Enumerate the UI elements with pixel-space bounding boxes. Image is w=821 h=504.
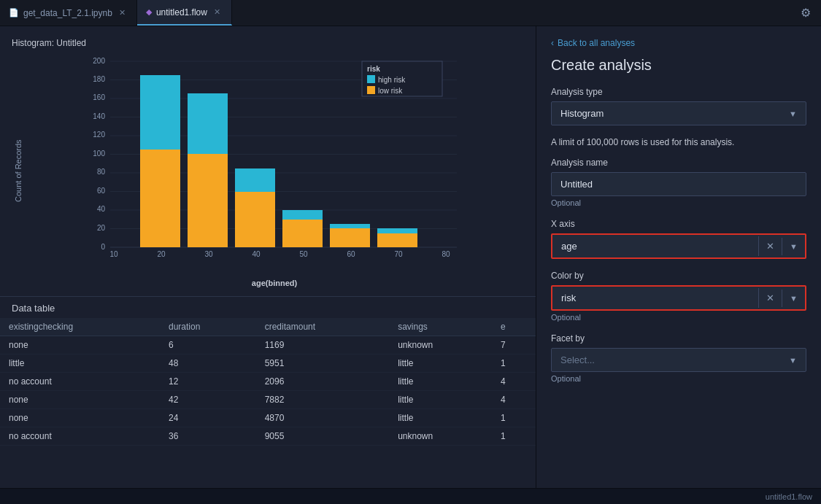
tab-notebook[interactable]: 📄 get_data_LT_2.1.ipynb ✕ <box>0 0 137 26</box>
notebook-icon: 📄 <box>9 8 19 18</box>
color-by-clear-button[interactable]: ✕ <box>758 288 782 308</box>
x-axis-label: age(binned) <box>28 279 521 287</box>
svg-rect-31 <box>140 75 180 150</box>
table-cell: 4870 <box>256 409 389 427</box>
analysis-type-value: Histogram <box>560 108 604 119</box>
tab-flow-label: untitled1.flow <box>156 7 207 18</box>
col-header-creditamount: creditamount <box>256 318 389 336</box>
color-by-group: Color by risk ✕ ▼ Optional <box>551 271 806 322</box>
tab-flow-close[interactable]: ✕ <box>212 7 223 18</box>
svg-text:120: 120 <box>93 131 105 139</box>
tab-bar: 📄 get_data_LT_2.1.ipynb ✕ ◆ untitled1.fl… <box>0 0 821 26</box>
table-header-row: existingchecking duration creditamount s… <box>0 318 536 336</box>
color-by-label: Color by <box>551 271 806 281</box>
color-by-dropdown-button[interactable]: ▼ <box>782 290 805 307</box>
svg-text:40: 40 <box>97 205 106 213</box>
facet-by-label: Facet by <box>551 333 806 344</box>
facet-by-group: Facet by Select... ▼ Optional <box>551 333 806 383</box>
table-cell: 1 <box>492 354 536 373</box>
analysis-type-dropdown[interactable]: Histogram ▼ <box>551 101 806 125</box>
table-cell: 4 <box>492 391 536 409</box>
x-axis-clear-button[interactable]: ✕ <box>758 236 782 256</box>
table-cell: 42 <box>160 391 256 409</box>
data-table-scroll[interactable]: existingchecking duration creditamount s… <box>0 318 536 446</box>
svg-text:20: 20 <box>97 224 106 232</box>
analysis-type-chevron-icon: ▼ <box>789 109 797 118</box>
x-axis-group: X axis age ✕ ▼ <box>551 219 806 259</box>
table-cell: 1169 <box>256 336 389 354</box>
right-panel: ‹ Back to all analyses Create analysis A… <box>536 26 821 488</box>
facet-by-dropdown[interactable]: Select... ▼ <box>551 348 806 372</box>
analysis-name-optional: Optional <box>551 198 806 207</box>
data-table: existingchecking duration creditamount s… <box>0 318 536 446</box>
table-cell: 12 <box>160 373 256 391</box>
table-cell: 1 <box>492 427 536 446</box>
table-row: none427882little4 <box>0 391 536 409</box>
svg-text:80: 80 <box>97 168 106 176</box>
main-layout: Histogram: Untitled Count of Records <box>0 26 821 488</box>
svg-rect-40 <box>377 233 417 247</box>
col-header-duration: duration <box>160 318 256 336</box>
svg-text:10: 10 <box>109 250 118 258</box>
svg-rect-33 <box>188 93 228 154</box>
table-cell: 48 <box>160 354 256 373</box>
svg-text:200: 200 <box>93 57 105 65</box>
table-cell: none <box>0 391 160 409</box>
chart-container: Count of Records <box>12 54 521 287</box>
table-cell: little <box>389 409 492 427</box>
svg-text:60: 60 <box>347 250 355 258</box>
table-cell: unknown <box>389 336 492 354</box>
svg-text:80: 80 <box>442 250 450 258</box>
table-cell: 1 <box>492 409 536 427</box>
data-table-title: Data table <box>0 297 536 318</box>
color-by-value: risk <box>552 287 758 309</box>
table-cell: none <box>0 409 160 427</box>
status-bar: untitled1.flow <box>0 488 821 504</box>
chart-inner: 0 20 40 60 80 100 120 140 160 180 200 <box>28 54 521 287</box>
status-filename: untitled1.flow <box>766 492 812 501</box>
table-row: none61169unknown7 <box>0 336 536 354</box>
table-cell: little <box>0 354 160 373</box>
table-cell: little <box>389 373 492 391</box>
svg-text:70: 70 <box>394 250 403 258</box>
svg-text:0: 0 <box>101 243 105 251</box>
tab-notebook-close[interactable]: ✕ <box>117 7 128 18</box>
chart-area: Histogram: Untitled Count of Records <box>0 26 536 296</box>
svg-text:risk: risk <box>367 65 380 73</box>
table-cell: 4 <box>492 373 536 391</box>
analysis-type-label: Analysis type <box>551 87 806 97</box>
col-header-e: e <box>492 318 536 336</box>
back-link[interactable]: ‹ Back to all analyses <box>551 38 806 48</box>
x-axis-input-container: age ✕ ▼ <box>551 233 806 259</box>
svg-text:60: 60 <box>97 187 106 195</box>
table-cell: no account <box>0 427 160 446</box>
table-cell: none <box>0 336 160 354</box>
tab-flow[interactable]: ◆ untitled1.flow ✕ <box>137 0 232 26</box>
table-row: no account369055unknown1 <box>0 427 536 446</box>
x-axis-label: X axis <box>551 219 806 229</box>
table-cell: little <box>389 354 492 373</box>
facet-by-chevron-icon: ▼ <box>789 356 797 365</box>
svg-rect-39 <box>330 224 370 228</box>
col-header-savings: savings <box>389 318 492 336</box>
x-axis-value: age <box>552 235 758 257</box>
x-axis-dropdown-button[interactable]: ▼ <box>782 238 805 255</box>
col-header-existingchecking: existingchecking <box>0 318 160 336</box>
svg-rect-32 <box>188 154 228 247</box>
facet-by-optional: Optional <box>551 374 806 383</box>
svg-text:180: 180 <box>93 75 105 83</box>
left-panel: Histogram: Untitled Count of Records <box>0 26 536 488</box>
gear-icon[interactable]: ⚙ <box>790 6 821 20</box>
svg-rect-41 <box>377 228 417 233</box>
svg-text:20: 20 <box>157 250 166 258</box>
row-limit-text: A limit of 100,000 rows is used for this… <box>551 137 806 147</box>
svg-text:100: 100 <box>93 150 105 158</box>
svg-rect-36 <box>282 220 323 247</box>
chart-title: Histogram: Untitled <box>12 38 521 48</box>
svg-rect-34 <box>235 192 275 247</box>
data-table-section: Data table existingchecking duration cre… <box>0 296 536 488</box>
histogram-svg: 0 20 40 60 80 100 120 140 160 180 200 <box>28 54 521 258</box>
analysis-name-group: Analysis name Optional <box>551 158 806 207</box>
svg-rect-44 <box>367 75 375 83</box>
analysis-name-input[interactable] <box>551 172 806 196</box>
